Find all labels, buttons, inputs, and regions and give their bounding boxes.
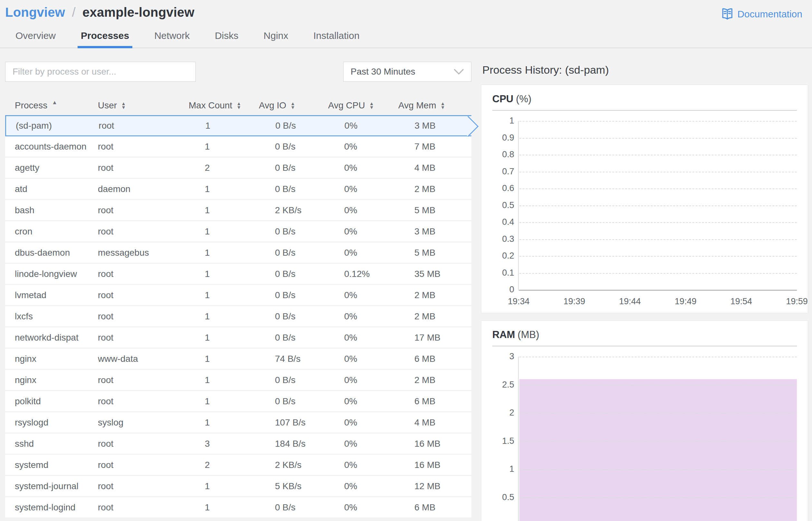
cell-avg-io: 0 B/s: [259, 184, 328, 194]
y-tick-label: 2.5: [491, 380, 514, 389]
cell-avg-cpu: 0%: [328, 248, 398, 258]
table-row-polkitd[interactable]: polkitdroot10 B/s0%6 MB: [5, 391, 471, 412]
tab-disks[interactable]: Disks: [212, 30, 241, 48]
table-row-lxcfs[interactable]: lxcfsroot10 B/s0%2 MB: [5, 306, 471, 327]
y-tick-label: 0.6: [491, 183, 514, 193]
cell-avg-cpu: 0%: [328, 460, 398, 470]
cell-user: root: [98, 375, 189, 385]
y-tick-label: 0.5: [491, 492, 514, 502]
chart-title: RAM: [492, 329, 515, 340]
cell-process: lvmetad: [5, 290, 98, 300]
cell-avg-io: 0 B/s: [259, 333, 328, 343]
cell-process: rsyslogd: [5, 417, 98, 428]
breadcrumb-longview-link[interactable]: Longview: [5, 5, 65, 19]
cell-max-count: 1: [189, 502, 259, 513]
tab-network[interactable]: Network: [151, 30, 193, 48]
tab-installation[interactable]: Installation: [310, 30, 363, 48]
x-tick-label: 19:54: [730, 296, 752, 307]
process-table: Process▲User▲▼Max Count▲▼Avg IO▲▼Avg CPU…: [5, 96, 471, 518]
table-header-row: Process▲User▲▼Max Count▲▼Avg IO▲▼Avg CPU…: [5, 96, 471, 115]
time-range-select[interactable]: Past 30 Minutes: [343, 62, 471, 82]
table-row-systemd-journal[interactable]: systemd-journalroot15 KB/s0%12 MB: [5, 476, 471, 497]
cell-avg-mem: 17 MB: [398, 333, 471, 343]
cell-avg-io: 0 B/s: [259, 311, 328, 322]
cell-avg-io: 2 KB/s: [259, 205, 328, 216]
cell-user: root: [98, 205, 189, 216]
column-header-avg-cpu[interactable]: Avg CPU▲▼: [328, 100, 398, 111]
longview-processes-page: Longview / example-longview Documentatio…: [0, 0, 812, 521]
gridline: [519, 256, 797, 257]
column-header-max-count[interactable]: Max Count▲▼: [189, 100, 259, 111]
gridline: [519, 138, 797, 139]
column-header-process[interactable]: Process▲: [5, 100, 98, 111]
cell-avg-mem: 16 MB: [398, 460, 471, 470]
cell-avg-mem: 2 MB: [398, 311, 471, 322]
table-row-rsyslogd[interactable]: rsyslogdsyslog1107 B/s0%4 MB: [5, 412, 471, 433]
table-row-nginx[interactable]: nginxwww-data174 B/s0%6 MB: [5, 348, 471, 370]
cell-avg-cpu: 0%: [328, 311, 398, 322]
cell-avg-cpu: 0%: [328, 290, 398, 300]
cell-process: dbus-daemon: [5, 248, 98, 258]
column-header-user[interactable]: User▲▼: [98, 100, 189, 111]
gridline: [519, 121, 797, 121]
table-row-cron[interactable]: cronroot10 B/s0%3 MB: [5, 221, 471, 243]
cell-max-count: 1: [189, 333, 259, 343]
cell-max-count: 1: [189, 417, 259, 428]
table-row-dbus-daemon[interactable]: dbus-daemonmessagebus10 B/s0%5 MB: [5, 243, 471, 264]
cell-max-count: 1: [189, 290, 259, 300]
column-label: Process: [15, 100, 47, 111]
cpu-chart-card: CPU(%) 10.90.80.70.60.50.40.30.20.1019:3…: [481, 85, 808, 313]
cell-user: root: [98, 163, 189, 173]
table-row-agetty[interactable]: agettyroot20 B/s0%4 MB: [5, 158, 471, 179]
cell-user: root: [98, 502, 189, 513]
table-row-nginx[interactable]: nginxroot10 B/s0%2 MB: [5, 370, 471, 391]
chart-unit: (MB): [518, 329, 539, 340]
table-row-sd-pam[interactable]: (sd-pam)root10 B/s0%3 MB: [5, 115, 471, 136]
cpu-chart: 10.90.80.70.60.50.40.30.20.1019:3419:391…: [492, 121, 797, 290]
filter-input[interactable]: [5, 62, 196, 82]
chart-title: CPU: [492, 93, 513, 105]
tab-nginx[interactable]: Nginx: [260, 30, 292, 48]
process-history-title: Process History: (sd-pam): [482, 64, 808, 76]
y-tick-label: 0.8: [491, 150, 514, 160]
cell-max-count: 1: [189, 481, 259, 492]
cell-avg-mem: 12 MB: [398, 481, 471, 492]
cell-avg-mem: 6 MB: [398, 396, 471, 407]
cell-avg-cpu: 0%: [328, 439, 398, 449]
table-row-lvmetad[interactable]: lvmetadroot10 B/s0%2 MB: [5, 285, 471, 306]
cell-avg-io: 0 B/s: [259, 502, 328, 513]
cell-avg-cpu: 0%: [328, 354, 398, 364]
cell-avg-cpu: 0%: [328, 333, 398, 343]
column-header-avg-io[interactable]: Avg IO▲▼: [259, 100, 328, 111]
cell-avg-cpu: 0%: [328, 226, 398, 237]
table-row-accounts-daemon[interactable]: accounts-daemonroot10 B/s0%7 MB: [5, 136, 471, 158]
cell-avg-mem: 6 MB: [398, 502, 471, 513]
x-tick-label: 19:44: [619, 296, 641, 307]
table-row-sshd[interactable]: sshdroot3184 B/s0%16 MB: [5, 433, 471, 455]
cell-max-count: 1: [189, 184, 259, 194]
tab-processes[interactable]: Processes: [78, 30, 132, 48]
gridline: [519, 413, 797, 413]
table-row-atd[interactable]: atddaemon10 B/s0%2 MB: [5, 179, 471, 200]
cell-avg-mem: 16 MB: [398, 439, 471, 449]
cell-max-count: 1: [189, 354, 259, 364]
cell-avg-cpu: 0%: [328, 205, 398, 216]
table-row-linode-longview[interactable]: linode-longviewroot10 B/s0.12%35 MB: [5, 264, 471, 285]
table-row-bash[interactable]: bashroot12 KB/s0%5 MB: [5, 200, 471, 221]
cell-max-count: 2: [189, 460, 259, 470]
sort-icon: ▲▼: [121, 101, 126, 109]
time-range-value: Past 30 Minutes: [350, 67, 415, 77]
table-row-networkd-dispat[interactable]: networkd-dispatroot10 B/s0%17 MB: [5, 327, 471, 348]
cell-avg-mem: 5 MB: [398, 205, 471, 216]
column-header-avg-mem[interactable]: Avg Mem▲▼: [398, 100, 471, 111]
cell-process: linode-longview: [5, 269, 98, 279]
cell-avg-cpu: 0%: [328, 481, 398, 492]
table-row-systemd-logind[interactable]: systemd-logindroot10 B/s0%6 MB: [5, 497, 471, 518]
table-row-systemd[interactable]: systemdroot22 KB/s0%16 MB: [5, 455, 471, 476]
cell-max-count: 1: [189, 226, 259, 237]
toolbar: Past 30 Minutes: [5, 62, 471, 82]
cell-process: cron: [5, 226, 98, 237]
documentation-link[interactable]: Documentation: [720, 8, 802, 21]
cell-avg-io: 0 B/s: [259, 248, 328, 258]
tab-overview[interactable]: Overview: [12, 30, 59, 48]
